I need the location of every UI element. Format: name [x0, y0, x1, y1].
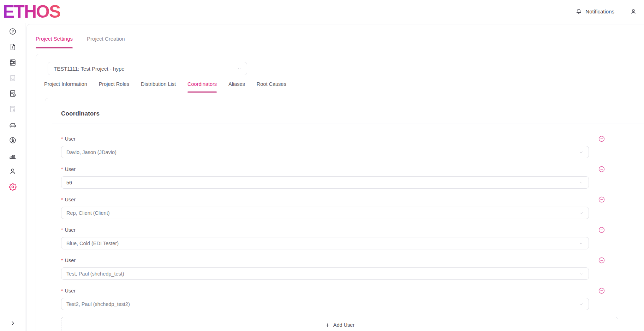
user-field-label: * User: [61, 197, 589, 203]
bell-icon: [575, 8, 582, 15]
user-select[interactable]: Rep, Client (Client): [61, 207, 589, 219]
help-circle-icon: [9, 28, 17, 35]
user-icon: [9, 167, 17, 175]
sidebar-item-forms[interactable]: [9, 59, 17, 66]
user-select[interactable]: Blue, Cold (EDI Tester): [61, 237, 589, 249]
user-select[interactable]: Test2, Paul (shchedp_test2): [61, 298, 589, 310]
coordinators-panel: Coordinators * User Davio, Jason (JDavio…: [45, 98, 644, 331]
user-select-value: Rep, Client (Client): [66, 210, 110, 216]
add-user-label: Add User: [333, 322, 354, 328]
required-marker: *: [61, 258, 63, 264]
ethos-logo: ETHOS: [3, 1, 60, 22]
subtab-root-causes[interactable]: Root Causes: [257, 81, 286, 92]
divider: [52, 124, 644, 124]
minus-circle-icon: [598, 135, 605, 142]
main-tab-bar: Project Settings Project Creation: [27, 24, 644, 48]
remove-user-button[interactable]: [598, 287, 605, 294]
remove-user-button[interactable]: [598, 257, 605, 264]
tab-project-settings[interactable]: Project Settings: [36, 36, 73, 48]
minus-circle-icon: [598, 196, 605, 203]
chevron-down-icon: [578, 271, 584, 277]
sidebar-item-help[interactable]: [9, 28, 17, 35]
plus-icon: [325, 323, 330, 328]
user-select[interactable]: 56: [61, 176, 589, 189]
user-select-value: Test, Paul (shchedp_test): [66, 271, 124, 277]
minus-circle-icon: [598, 257, 605, 264]
sidebar-item-users[interactable]: [9, 167, 17, 175]
file-check-icon: [9, 90, 17, 97]
subtab-project-information[interactable]: Project Information: [44, 81, 87, 92]
coordinators-form: * User Davio, Jason (JDavio): [61, 136, 589, 331]
user-select[interactable]: Davio, Jason (JDavio): [61, 146, 589, 158]
required-marker: *: [61, 136, 63, 142]
user-label-text: User: [65, 227, 76, 233]
bar-chart-icon: [9, 152, 17, 160]
settings-gear-icon: [9, 183, 17, 191]
left-sidebar: [0, 23, 25, 331]
user-label-text: User: [65, 288, 76, 294]
coordinators-title: Coordinators: [61, 110, 644, 117]
user-row: * User Test, Paul (shchedp_test): [61, 258, 589, 280]
user-row: * User Blue, Cold (EDI Tester): [61, 227, 589, 249]
remove-user-button[interactable]: [598, 135, 605, 142]
chevron-down-icon: [578, 241, 584, 246]
project-settings-panel: TEST1111: Test Project - hype Project In…: [36, 54, 644, 331]
notifications-button[interactable]: Notifications: [575, 8, 614, 15]
sidebar-item-vehicles[interactable]: [9, 121, 17, 129]
user-field-label: * User: [61, 136, 589, 142]
user-row: * User Davio, Jason (JDavio): [61, 136, 589, 158]
user-field-label: * User: [61, 258, 589, 264]
form-list-icon: [9, 59, 17, 66]
subtab-coordinators[interactable]: Coordinators: [187, 81, 217, 92]
user-label-text: User: [65, 258, 76, 264]
user-label-text: User: [65, 166, 76, 172]
sidebar-item-settings[interactable]: [9, 183, 17, 191]
chevron-right-icon: [9, 320, 16, 327]
tab-project-creation[interactable]: Project Creation: [87, 36, 125, 48]
sidebar-item-reports[interactable]: [9, 152, 17, 160]
user-row: * User Rep, Client (Client): [61, 197, 589, 219]
notifications-label: Notifications: [585, 8, 614, 14]
top-header: ETHOS Notifications: [0, 0, 644, 23]
user-row: * User 56: [61, 166, 589, 189]
subtab-distribution-list[interactable]: Distribution List: [141, 81, 176, 92]
file-exclamation-icon: [9, 43, 17, 51]
user-profile-icon[interactable]: [630, 8, 637, 15]
chevron-down-icon: [578, 149, 584, 155]
user-select-value: Davio, Jason (JDavio): [66, 149, 117, 155]
remove-user-button[interactable]: [598, 166, 605, 173]
required-marker: *: [61, 288, 63, 294]
project-select-value: TEST1111: Test Project - hype: [54, 66, 125, 72]
required-marker: *: [61, 197, 63, 203]
sidebar-expand-button[interactable]: [9, 320, 16, 327]
required-marker: *: [61, 166, 63, 172]
sidebar-item-approvals[interactable]: [9, 90, 17, 97]
user-select[interactable]: Test, Paul (shchedp_test): [61, 267, 589, 280]
settings-card: Project Settings Project Creation TEST11…: [26, 24, 644, 331]
sidebar-item-personnel-files: [9, 105, 17, 113]
user-label-text: User: [65, 197, 76, 203]
user-row: * User Test2, Paul (shchedp_test2): [61, 288, 589, 310]
project-select[interactable]: TEST1111: Test Project - hype: [48, 62, 247, 75]
file-user-icon: [9, 105, 17, 113]
sidebar-item-documents: [9, 74, 17, 82]
chevron-down-icon: [578, 180, 584, 185]
minus-circle-icon: [598, 226, 605, 234]
sidebar-item-issues[interactable]: [9, 43, 17, 51]
user-select-value: Test2, Paul (shchedp_test2): [66, 301, 130, 307]
remove-user-button[interactable]: [598, 226, 605, 234]
subtab-project-roles[interactable]: Project Roles: [99, 81, 129, 92]
file-lines-icon: [9, 74, 17, 82]
remove-user-button[interactable]: [598, 196, 605, 203]
minus-circle-icon: [598, 166, 605, 173]
user-label-text: User: [65, 136, 76, 142]
add-user-button[interactable]: Add User: [61, 317, 618, 331]
subtab-aliases[interactable]: Aliases: [228, 81, 245, 92]
chevron-down-icon: [237, 66, 242, 71]
user-field-label: * User: [61, 227, 589, 233]
main-content: Project Settings Project Creation TEST11…: [25, 23, 644, 331]
sub-tab-bar: Project Information Project Roles Distri…: [36, 81, 644, 92]
sidebar-item-billing[interactable]: [9, 136, 17, 144]
chevron-down-icon: [578, 301, 584, 307]
dollar-circle-icon: [9, 136, 17, 144]
